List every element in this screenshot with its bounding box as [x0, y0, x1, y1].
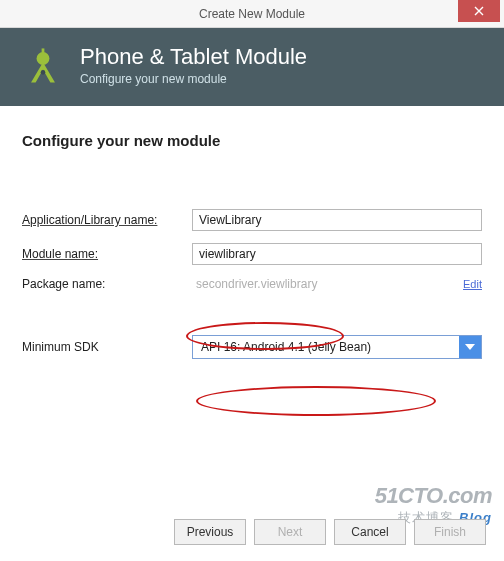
- package-name-row: Package name: secondriver.viewlibrary Ed…: [22, 277, 482, 291]
- next-button[interactable]: Next: [254, 519, 326, 545]
- module-name-row: Module name:: [22, 243, 482, 265]
- watermark-line1: 51CTO.com: [375, 483, 492, 509]
- cancel-button[interactable]: Cancel: [334, 519, 406, 545]
- app-name-label: Application/Library name:: [22, 213, 192, 227]
- module-name-label: Module name:: [22, 247, 192, 261]
- content-area: Configure your new module Application/Li…: [0, 106, 504, 381]
- svg-point-1: [41, 70, 46, 75]
- package-name-value: secondriver.viewlibrary: [192, 277, 455, 291]
- module-name-input[interactable]: [192, 243, 482, 265]
- annotation-ellipse: [196, 386, 436, 416]
- svg-rect-2: [42, 48, 45, 54]
- wizard-header: Phone & Tablet Module Configure your new…: [0, 28, 504, 106]
- min-sdk-label: Minimum SDK: [22, 340, 192, 354]
- min-sdk-value: API 16: Android 4.1 (Jelly Bean): [193, 340, 459, 354]
- min-sdk-select[interactable]: API 16: Android 4.1 (Jelly Bean): [192, 335, 482, 359]
- previous-button[interactable]: Previous: [174, 519, 246, 545]
- edit-package-link[interactable]: Edit: [463, 278, 482, 290]
- package-name-label: Package name:: [22, 277, 192, 291]
- finish-button[interactable]: Finish: [414, 519, 486, 545]
- close-button[interactable]: [458, 0, 500, 22]
- window-title: Create New Module: [0, 7, 504, 21]
- app-name-input[interactable]: [192, 209, 482, 231]
- header-title: Phone & Tablet Module: [80, 44, 307, 70]
- min-sdk-row: Minimum SDK API 16: Android 4.1 (Jelly B…: [22, 335, 482, 359]
- android-studio-icon: [20, 42, 66, 88]
- wizard-footer: Previous Next Cancel Finish: [174, 519, 486, 545]
- titlebar: Create New Module: [0, 0, 504, 28]
- section-heading: Configure your new module: [22, 132, 482, 149]
- chevron-down-icon: [465, 344, 475, 350]
- app-name-row: Application/Library name:: [22, 209, 482, 231]
- header-subtitle: Configure your new module: [80, 72, 307, 86]
- close-icon: [474, 6, 484, 16]
- dropdown-arrow: [459, 336, 481, 358]
